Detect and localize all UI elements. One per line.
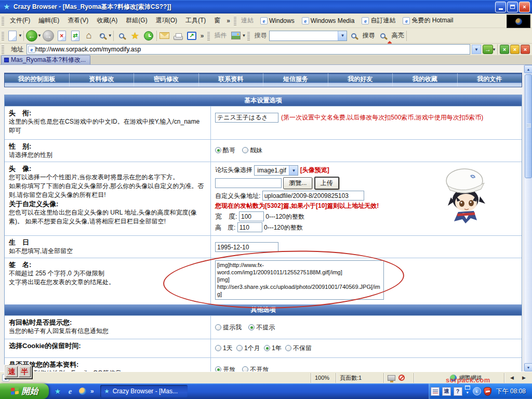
nav-contact-info[interactable]: 联系资料 <box>199 73 264 87</box>
radio-icon[interactable] <box>285 345 291 351</box>
link-free-hotmail[interactable]: e 免费的 Hotmail <box>399 16 457 25</box>
cookie-option-none[interactable]: 不保留 <box>285 344 312 352</box>
highlight-label[interactable]: 高亮 <box>390 31 405 40</box>
width-input[interactable] <box>239 211 264 221</box>
avatar-file-input[interactable] <box>215 178 282 188</box>
search-go-button[interactable] <box>347 29 361 43</box>
mail-button[interactable] <box>158 29 171 43</box>
home-button[interactable]: ⌂ <box>82 29 96 43</box>
plugin-bar-gripper[interactable] <box>207 31 210 41</box>
go-button[interactable]: → <box>483 45 493 54</box>
cookie-option-1year[interactable]: 1年 <box>264 344 282 352</box>
menu-item-edit[interactable]: 編輯(E) <box>34 15 63 26</box>
upload-button[interactable]: 上传 <box>314 177 339 190</box>
radio-checked-icon[interactable] <box>248 324 255 330</box>
address-bar-gripper[interactable] <box>2 45 4 54</box>
back-dropdown[interactable]: ▼ <box>37 33 42 38</box>
open-option-yes[interactable]: 开放 <box>215 366 235 371</box>
open-option-no[interactable]: 不开放 <box>242 366 269 371</box>
nav-profile-edit[interactable]: 资料修改 <box>70 73 135 87</box>
radio-icon[interactable] <box>242 147 248 153</box>
nav-password-edit[interactable]: 密码修改 <box>134 73 199 87</box>
nav-my-friends[interactable]: 我的好友 <box>328 73 393 87</box>
link-windows[interactable]: e Windows <box>257 17 298 24</box>
start-button[interactable]: 開始 <box>0 383 49 399</box>
edit-button[interactable]: ↗ <box>185 29 198 43</box>
back-button[interactable]: ← <box>25 29 38 43</box>
notify-option-yes[interactable]: 提示我 <box>215 324 242 331</box>
tray-hide-icons-chevron[interactable]: ‹ <box>473 387 481 395</box>
history-button[interactable] <box>142 29 155 43</box>
taskbar-task-button[interactable]: ★ Crazy Browser - [Mas... <box>100 385 188 397</box>
new-page-button[interactable] <box>6 29 19 43</box>
nav-my-files[interactable]: 我的文件 <box>458 73 522 87</box>
plugin-button[interactable] <box>229 29 243 43</box>
notify-option-no[interactable]: 不提示 <box>248 324 275 331</box>
security-shield-icon[interactable] <box>484 387 491 396</box>
avatar-select[interactable]: image1.gif ▼ <box>254 165 298 176</box>
ime-halfwidth-button[interactable]: 半 <box>19 366 31 377</box>
next-page-icon[interactable]: ▶ <box>520 375 528 380</box>
toolbar-gripper[interactable] <box>2 16 4 25</box>
nav-control-panel[interactable]: 我的控制面板 <box>5 73 70 87</box>
close-red-button[interactable]: × <box>521 45 530 54</box>
go-dropdown[interactable]: ▼ <box>492 47 496 52</box>
tray-ime-pad-icon[interactable] <box>431 387 440 396</box>
scroll-up-icon[interactable]: ▲ <box>524 65 532 73</box>
link-windows-media[interactable]: e Windows Media <box>298 17 358 24</box>
tab-active[interactable]: Mas_Ryoma基本?料修改... <box>1 55 90 64</box>
cookie-option-1day[interactable]: 1天 <box>215 344 233 352</box>
quicklaunch-crazy-browser-icon[interactable]: ★ <box>53 387 62 396</box>
search-go-label[interactable]: 搜尋 <box>361 31 376 40</box>
quicklaunch-media-player-icon[interactable] <box>78 387 87 396</box>
birthday-input[interactable] <box>215 242 278 252</box>
menu-item-file[interactable]: 文件(F) <box>6 15 34 26</box>
radio-icon[interactable] <box>236 345 243 351</box>
menu-item-groups[interactable]: 群組(G) <box>122 15 151 26</box>
avatar-addr-input[interactable] <box>262 191 364 201</box>
menu-item-window[interactable]: 窗 <box>210 15 224 26</box>
tray-ime-speed-icon[interactable]: 速 <box>442 387 451 396</box>
link-custom-links[interactable]: e 自訂連結 <box>358 16 399 25</box>
ime-speed-button[interactable]: 速 <box>6 366 18 377</box>
search-button[interactable] <box>115 29 128 43</box>
menu-item-options[interactable]: 選項(O) <box>152 15 181 26</box>
gender-option-male[interactable]: 酷哥 <box>215 147 235 154</box>
avatar-preview-link[interactable]: [头像预览] <box>300 166 329 174</box>
select-dropdown-icon[interactable]: ▼ <box>289 166 298 175</box>
close-button[interactable]: × <box>519 2 530 12</box>
scroll-down-icon[interactable]: ▼ <box>524 363 532 371</box>
zoom-button[interactable]: ± <box>96 29 109 43</box>
search-combo-dropdown-icon[interactable]: ▼ <box>338 31 347 41</box>
address-input[interactable] <box>35 45 470 54</box>
radio-checked-icon[interactable] <box>264 345 270 351</box>
forward-button[interactable]: → <box>42 29 55 43</box>
refresh-button[interactable]: ⇄ <box>69 29 82 43</box>
nav-my-favorites[interactable]: 我的收藏 <box>393 73 458 87</box>
radio-icon[interactable] <box>242 366 248 371</box>
favorites-button[interactable]: ★ <box>128 29 142 43</box>
stop-button[interactable]: × <box>55 29 69 43</box>
radio-icon[interactable] <box>215 345 221 351</box>
radio-icon[interactable] <box>215 324 221 330</box>
prev-page-icon[interactable]: ◀ <box>508 375 516 380</box>
close-green-button[interactable]: × <box>500 45 509 54</box>
gender-option-female[interactable]: 靓妹 <box>242 147 262 154</box>
address-dropdown-icon[interactable]: ▼ <box>472 45 481 54</box>
cookie-option-1month[interactable]: 1个月 <box>236 344 260 352</box>
menu-item-view[interactable]: 查看(V) <box>63 15 92 26</box>
tray-restore-icon[interactable] <box>465 385 470 390</box>
minimize-button[interactable] <box>495 2 506 12</box>
quicklaunch-ie-icon[interactable]: e <box>65 387 75 396</box>
quicklaunch-overflow-chevron-icon[interactable]: » <box>90 388 94 395</box>
menu-item-tools[interactable]: 工具(T) <box>181 15 210 26</box>
search-combobox[interactable]: ▼ <box>269 31 347 41</box>
highlight-button[interactable] <box>376 29 390 43</box>
new-page-dropdown[interactable]: ▼ <box>18 33 22 38</box>
search-input[interactable] <box>270 31 338 41</box>
print-button[interactable] <box>171 29 185 43</box>
radio-checked-icon[interactable] <box>215 147 221 153</box>
nav-sms-service[interactable]: 短信服务 <box>263 73 328 87</box>
page-scrollbar[interactable]: ▲ ▼ <box>524 65 532 371</box>
title-input[interactable] <box>215 113 278 123</box>
